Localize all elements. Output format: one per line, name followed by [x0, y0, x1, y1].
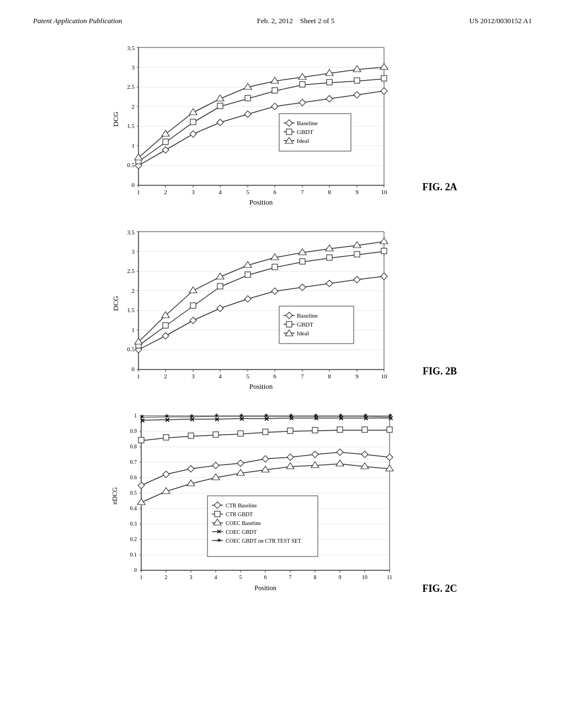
svg-text:1: 1: [137, 189, 140, 195]
svg-text:0: 0: [131, 366, 135, 372]
header-left: Patent Application Publication: [33, 17, 122, 25]
svg-rect-249: [213, 432, 218, 437]
svg-rect-155: [381, 248, 387, 254]
svg-rect-247: [163, 435, 169, 440]
svg-text:3: 3: [191, 189, 195, 195]
svg-text:1.5: 1.5: [127, 122, 135, 129]
svg-text:✶: ✶: [387, 411, 393, 420]
svg-text:4: 4: [218, 189, 222, 195]
svg-marker-165: [380, 238, 388, 244]
svg-rect-250: [238, 431, 243, 436]
svg-marker-263: [286, 463, 294, 469]
chart-2c-svg: 0 0.1 0.2 0.3 0.4 0.5: [108, 410, 428, 614]
svg-text:✶: ✶: [164, 412, 170, 420]
svg-rect-248: [188, 433, 194, 438]
svg-rect-152: [300, 259, 305, 264]
svg-rect-150: [245, 272, 250, 277]
svg-rect-62: [245, 95, 250, 101]
svg-marker-245: [386, 454, 393, 461]
svg-text:5: 5: [246, 189, 249, 195]
svg-marker-237: [188, 465, 194, 472]
svg-marker-261: [237, 469, 244, 475]
svg-marker-68: [135, 154, 142, 160]
svg-text:1: 1: [131, 326, 135, 333]
svg-marker-144: [354, 276, 360, 283]
figure-2b-wrapper: 0 0.5 1 1.5 2 2.5: [33, 226, 532, 399]
svg-text:✶: ✶: [216, 537, 222, 544]
svg-rect-64: [300, 82, 305, 87]
svg-marker-242: [312, 451, 318, 458]
svg-text:0.8: 0.8: [130, 443, 137, 449]
svg-text:3: 3: [191, 373, 195, 379]
figure-2a-wrapper: 0 0.5 1 1.5 2 2.5: [33, 42, 532, 215]
svg-rect-67: [381, 76, 387, 81]
svg-text:0.9: 0.9: [130, 428, 137, 434]
fig-2b-label: FIG. 2B: [423, 366, 457, 394]
svg-text:2.5: 2.5: [127, 267, 135, 274]
svg-rect-149: [217, 283, 223, 289]
svg-text:10: 10: [362, 574, 367, 580]
svg-text:9: 9: [355, 189, 359, 195]
svg-text:8: 8: [328, 373, 331, 379]
svg-marker-54: [299, 99, 306, 106]
svg-rect-253: [312, 427, 318, 433]
fig-2a-label: FIG. 2A: [423, 181, 457, 210]
svg-rect-63: [272, 88, 278, 93]
svg-text:0.3: 0.3: [130, 521, 137, 527]
svg-rect-251: [263, 429, 268, 435]
svg-rect-246: [138, 437, 144, 443]
svg-text:0: 0: [131, 181, 135, 188]
svg-text:1: 1: [137, 373, 140, 379]
svg-text:6: 6: [273, 189, 276, 195]
svg-rect-66: [354, 78, 360, 83]
svg-text:nDCG: nDCG: [111, 487, 119, 505]
svg-text:2: 2: [164, 574, 167, 580]
svg-text:1.5: 1.5: [127, 307, 135, 313]
svg-text:3: 3: [189, 574, 192, 580]
chart-2a: 0 0.5 1 1.5 2 2.5: [108, 42, 417, 215]
svg-text:✶: ✶: [189, 412, 195, 420]
svg-marker-265: [336, 460, 344, 466]
svg-text:Ideal: Ideal: [297, 137, 309, 144]
svg-marker-74: [299, 73, 306, 79]
svg-text:3: 3: [131, 248, 135, 255]
svg-marker-141: [271, 288, 278, 295]
svg-text:GBDT: GBDT: [297, 321, 313, 328]
svg-text:Position: Position: [249, 382, 273, 390]
svg-text:0: 0: [134, 567, 137, 573]
svg-marker-52: [244, 111, 251, 117]
svg-text:✶: ✶: [363, 411, 369, 420]
svg-text:3: 3: [131, 64, 135, 71]
svg-text:7: 7: [289, 574, 291, 580]
chart-2a-svg: 0 0.5 1 1.5 2 2.5: [108, 42, 417, 213]
svg-marker-145: [381, 273, 387, 280]
svg-rect-254: [337, 427, 343, 432]
svg-marker-77: [380, 63, 388, 69]
svg-marker-70: [189, 109, 197, 115]
svg-marker-241: [287, 454, 294, 461]
svg-marker-69: [162, 130, 169, 136]
svg-text:8: 8: [313, 574, 316, 580]
svg-marker-75: [326, 69, 333, 76]
svg-text:0.6: 0.6: [130, 474, 137, 480]
page: Patent Application Publication Feb. 2, 2…: [0, 0, 565, 728]
svg-marker-238: [212, 462, 219, 469]
svg-marker-264: [311, 462, 319, 468]
svg-rect-59: [163, 139, 168, 144]
svg-text:5: 5: [239, 574, 242, 580]
svg-text:0.4: 0.4: [130, 505, 137, 511]
svg-rect-147: [163, 323, 168, 328]
svg-marker-56: [354, 92, 360, 98]
svg-text:10: 10: [381, 373, 387, 379]
svg-marker-49: [162, 147, 169, 153]
svg-marker-262: [262, 466, 269, 472]
svg-marker-240: [262, 456, 269, 462]
svg-rect-60: [190, 119, 196, 125]
svg-marker-50: [190, 131, 196, 137]
svg-rect-151: [272, 264, 278, 270]
svg-marker-140: [244, 296, 251, 302]
svg-text:11: 11: [387, 574, 392, 580]
svg-text:Ideal: Ideal: [297, 330, 309, 336]
svg-text:0.2: 0.2: [130, 536, 137, 542]
svg-rect-83: [286, 129, 292, 135]
